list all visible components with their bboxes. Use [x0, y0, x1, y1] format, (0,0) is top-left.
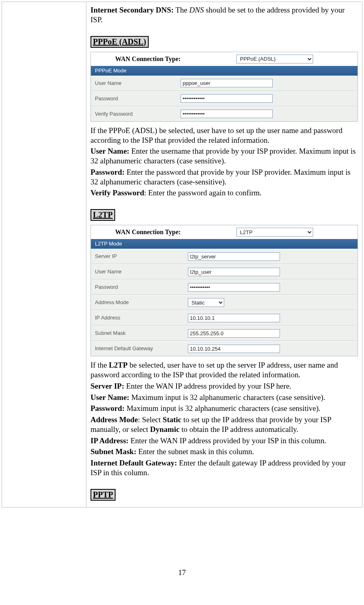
l2tp-password-label: Password	[95, 284, 188, 290]
page-content-frame: Internet Secondary DNS: The DNS should b…	[2, 2, 362, 508]
dns-paragraph: Internet Secondary DNS: The DNS should b…	[90, 5, 358, 25]
l2tp-server-ip-label: Server IP	[95, 253, 188, 260]
l2tp-desc-password: Password: Maximum input is 32 alphanumer…	[90, 404, 358, 413]
l2tp-wan-type-select[interactable]: L2TP	[236, 228, 313, 237]
l2tp-password-input[interactable]	[188, 283, 280, 292]
l2tp-top-row: WAN Connection Type: L2TP	[91, 225, 358, 239]
l2tp-username-label: User Name	[95, 269, 188, 275]
page-number: 17	[0, 568, 364, 593]
l2tp-config-panel: WAN Connection Type: L2TP L2TP Mode Serv…	[90, 225, 358, 356]
pppoe-config-panel: WAN Connection Type: PPPoE (ADSL) PPPoE …	[90, 52, 358, 122]
pppoe-top-row: WAN Connection Type: PPPoE (ADSL)	[91, 52, 358, 66]
l2tp-desc-gateway: Internet Default Gateway: Enter the defa…	[90, 458, 358, 478]
pppoe-verify-password-row: Verify Password	[91, 106, 358, 121]
pppoe-desc-username: User Name: Enter the username that provi…	[90, 146, 358, 166]
pppoe-wan-type-label: WAN Connection Type:	[115, 55, 236, 63]
l2tp-desc-server-ip: Server IP: Enter the WAN IP address prov…	[90, 381, 358, 391]
l2tp-gateway-label: Internet Default Gateway	[95, 345, 188, 352]
pppoe-username-input[interactable]	[181, 79, 273, 87]
l2tp-username-row: User Name	[91, 264, 358, 279]
pppoe-desc-intro: If the PPPoE (ADSL) be selected, user ha…	[90, 126, 358, 145]
pppoe-wan-type-select[interactable]: PPPoE (ADSL)	[236, 55, 313, 63]
main-content: Internet Secondary DNS: The DNS should b…	[86, 2, 362, 507]
l2tp-subnet-mask-row: Subnet Mask	[91, 326, 358, 341]
pppoe-desc-password: Password: Enter the password that provid…	[90, 167, 358, 187]
l2tp-desc-username: User Name: Maximum input is 32 alphanume…	[90, 393, 358, 402]
l2tp-section-heading: L2TP	[90, 209, 115, 221]
l2tp-desc-intro: If the L2TP be selected, user have to se…	[90, 360, 358, 380]
pppoe-mode-header: PPPoE Mode	[91, 66, 358, 76]
pppoe-username-row: User Name	[91, 76, 358, 91]
pppoe-password-input[interactable]	[181, 94, 273, 103]
pppoe-desc-verify-password: Verify Password: Enter the password agai…	[90, 188, 358, 198]
pppoe-verify-password-label: Verify Password	[95, 111, 181, 117]
l2tp-desc-ip-address: IP Address: Enter the WAN IP address pro…	[90, 436, 358, 446]
l2tp-desc-address-mode: Address Mode: Select Static to set up th…	[90, 415, 358, 434]
l2tp-subnet-mask-input[interactable]	[188, 329, 280, 338]
l2tp-wan-type-label: WAN Connection Type:	[115, 228, 236, 236]
l2tp-subnet-mask-label: Subnet Mask	[95, 330, 188, 336]
l2tp-ip-address-label: IP Address	[95, 315, 188, 321]
pppoe-password-label: Password	[95, 95, 181, 102]
dns-text-italic: DNS	[189, 6, 204, 14]
l2tp-server-ip-row: Server IP	[91, 249, 358, 264]
pptp-section-heading: PPTP	[90, 489, 116, 501]
dns-text-1: The	[174, 6, 189, 14]
l2tp-ip-address-row: IP Address	[91, 310, 358, 326]
l2tp-address-mode-row: Address Mode Static	[91, 295, 358, 310]
l2tp-address-mode-label: Address Mode	[95, 299, 188, 306]
pppoe-verify-password-input[interactable]	[181, 110, 273, 118]
l2tp-desc-subnet-mask: Subnet Mask: Enter the subnet mask in th…	[90, 447, 358, 457]
pppoe-section-heading: PPPoE (ADSL)	[90, 36, 149, 48]
dns-label: Internet Secondary DNS:	[90, 6, 174, 14]
l2tp-gateway-input[interactable]	[188, 345, 280, 353]
l2tp-server-ip-input[interactable]	[188, 252, 280, 261]
l2tp-mode-header: L2TP Mode	[91, 239, 358, 249]
pppoe-password-row: Password	[91, 91, 358, 106]
l2tp-username-input[interactable]	[188, 268, 280, 276]
l2tp-ip-address-input[interactable]	[188, 314, 280, 322]
pppoe-username-label: User Name	[95, 80, 181, 87]
l2tp-gateway-row: Internet Default Gateway	[91, 341, 358, 356]
l2tp-password-row: Password	[91, 279, 358, 295]
left-empty-column	[2, 2, 86, 507]
l2tp-address-mode-select[interactable]: Static	[188, 298, 224, 307]
